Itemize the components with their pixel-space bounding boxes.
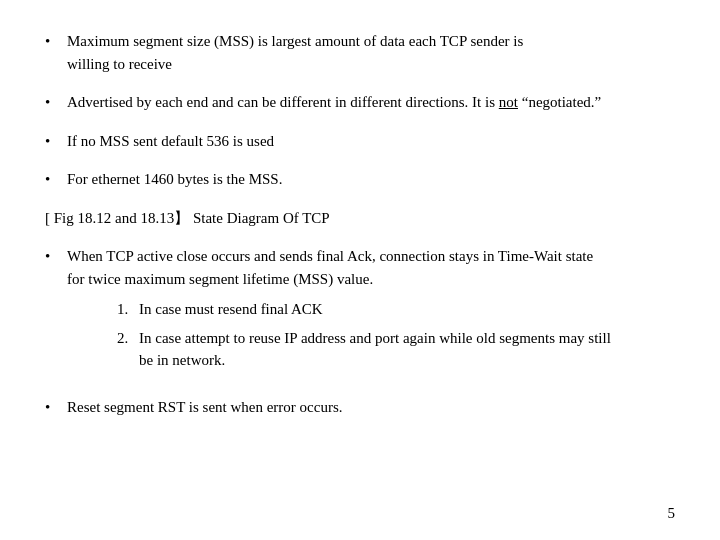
bullet-text-4: For ethernet 1460 bytes is the MSS. bbox=[67, 168, 675, 191]
numbered-text-1: In case must resend final ACK bbox=[139, 298, 675, 321]
bullet-symbol-3: • bbox=[45, 130, 63, 153]
bullet-item-3: • If no MSS sent default 536 is used bbox=[45, 130, 675, 153]
numbered-text-2: In case attempt to reuse IP address and … bbox=[139, 327, 675, 372]
bullet-symbol-5: • bbox=[45, 245, 63, 380]
numbered-symbol-1: 1. bbox=[117, 298, 139, 321]
bullet2-text-after: “negotiated.” bbox=[518, 94, 601, 110]
bullet-item-4: • For ethernet 1460 bytes is the MSS. bbox=[45, 168, 675, 191]
bullet-item-6: • Reset segment RST is sent when error o… bbox=[45, 396, 675, 419]
bullet-item-5: • When TCP active close occurs and sends… bbox=[45, 245, 675, 380]
bullet-symbol-1: • bbox=[45, 30, 63, 75]
bullet5-line1: When TCP active close occurs and sends f… bbox=[67, 248, 593, 264]
numbered-item-2: 2. In case attempt to reuse IP address a… bbox=[117, 327, 675, 372]
fig-line: [ Fig 18.12 and 18.13】 State Diagram Of … bbox=[45, 207, 675, 230]
bullet-item-1: • Maximum segment size (MSS) is largest … bbox=[45, 30, 675, 75]
bullet1-line1: Maximum segment size (MSS) is largest am… bbox=[67, 33, 523, 49]
page-number: 5 bbox=[668, 505, 676, 522]
bullet-text-3: If no MSS sent default 536 is used bbox=[67, 130, 675, 153]
numbered-list: 1. In case must resend final ACK 2. In c… bbox=[117, 298, 675, 372]
bullet-symbol-6: • bbox=[45, 396, 63, 419]
numbered-symbol-2: 2. bbox=[117, 327, 139, 372]
page-container: • Maximum segment size (MSS) is largest … bbox=[0, 0, 720, 540]
bullet-item-2: • Advertised by each end and can be diff… bbox=[45, 91, 675, 114]
bullet-symbol-4: • bbox=[45, 168, 63, 191]
bullet2-text-before: Advertised by each end and can be differ… bbox=[67, 94, 499, 110]
bullet-text-5: When TCP active close occurs and sends f… bbox=[67, 245, 675, 380]
numbered2-line2: be in network. bbox=[139, 352, 225, 368]
bullet-text-1: Maximum segment size (MSS) is largest am… bbox=[67, 30, 675, 75]
bullet-symbol-2: • bbox=[45, 91, 63, 114]
bullet1-line2: willing to receive bbox=[67, 56, 172, 72]
numbered2-line1: In case attempt to reuse IP address and … bbox=[139, 330, 611, 346]
bullet-text-6: Reset segment RST is sent when error occ… bbox=[67, 396, 675, 419]
bullet-text-2: Advertised by each end and can be differ… bbox=[67, 91, 675, 114]
numbered-item-1: 1. In case must resend final ACK bbox=[117, 298, 675, 321]
bullet5-line2: for twice maximum segment lifetime (MSS)… bbox=[67, 271, 373, 287]
bullet2-underline: not bbox=[499, 94, 518, 110]
